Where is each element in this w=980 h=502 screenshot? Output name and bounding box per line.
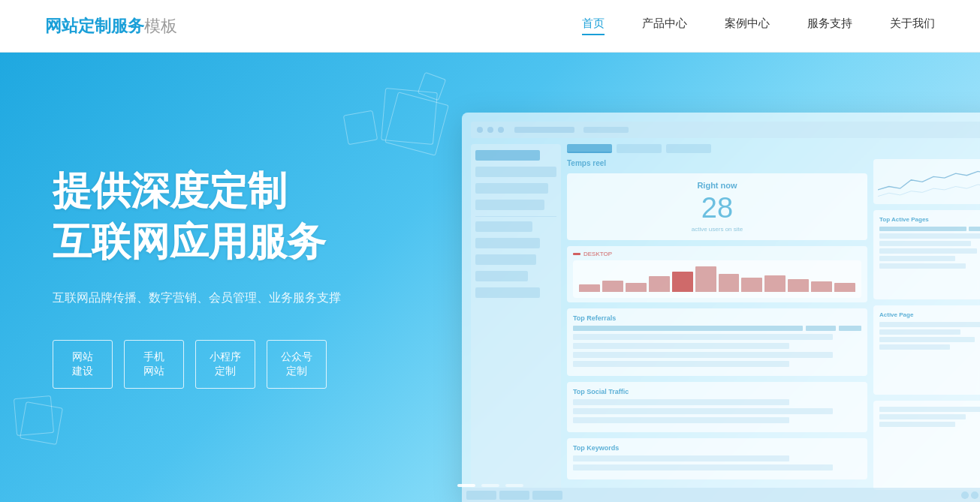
db-bar-item (602, 281, 623, 292)
db-table-row (573, 361, 789, 367)
db-table-row (573, 417, 789, 423)
db-table-social: Top Social Traffic (567, 382, 867, 432)
db-small-row (879, 233, 980, 239)
db-small-row (879, 322, 980, 327)
db-small-row (879, 263, 966, 269)
nav-item-support[interactable]: 服务支持 (807, 17, 852, 35)
hero-buttons: 网站 建设 手机 网站 小程序 定制 公众号 定制 (53, 340, 341, 389)
btn-website[interactable]: 网站 建设 (53, 340, 113, 389)
carousel-dot-1[interactable] (457, 484, 475, 487)
db-main: Temps reel Right now 28 active users on … (567, 144, 980, 490)
db-bar-item (672, 272, 693, 292)
db-bar-item (834, 283, 855, 292)
db-dot-2 (487, 127, 493, 133)
db-card-title-2: Active Page (879, 311, 980, 318)
db-table-social-title: Top Social Traffic (573, 388, 861, 395)
db-bar-item (811, 281, 832, 292)
db-small-row (879, 248, 977, 254)
db-realtime-label: Right now (577, 181, 857, 190)
btn-wechat[interactable]: 公众号 定制 (267, 340, 327, 389)
db-right-col: Top Active Pages (873, 159, 980, 490)
db-sidebar-item (475, 150, 540, 161)
db-realtime-number: 28 (577, 193, 857, 224)
db-bar-item (719, 274, 740, 292)
db-chart-label: DESKTOP (573, 251, 861, 257)
db-sidebar-item (475, 287, 540, 298)
db-bar-item (764, 275, 786, 292)
db-card-active-pages: Top Active Pages (873, 210, 980, 299)
db-sidebar-item (475, 238, 540, 248)
db-small-row (879, 241, 971, 246)
db-taskbar (462, 488, 980, 502)
db-taskbar-item (466, 491, 496, 500)
db-sidebar-item (475, 254, 536, 265)
db-taskbar-icon (971, 491, 978, 499)
db-small-row (879, 329, 960, 335)
db-bar-item (626, 283, 647, 292)
db-sidebar (471, 144, 561, 490)
db-tab (617, 144, 662, 153)
db-small-row (879, 422, 955, 427)
db-bar-item (649, 276, 670, 291)
db-table-row (573, 352, 833, 358)
db-table-row (573, 399, 789, 405)
db-chart-container: DESKTOP (567, 246, 867, 302)
db-tab-active (567, 144, 612, 153)
db-layout: Temps reel Right now 28 active users on … (471, 144, 980, 490)
logo: 网站定制服务模板 (45, 15, 177, 38)
nav-item-products[interactable]: 产品中心 (642, 17, 687, 35)
db-left-col: Temps reel Right now 28 active users on … (567, 159, 867, 490)
nav-item-cases[interactable]: 案例中心 (725, 17, 770, 35)
db-bar-chart (573, 260, 861, 298)
db-section-label: Temps reel (567, 159, 867, 167)
db-table-row (573, 334, 833, 340)
db-table-row (573, 408, 833, 414)
hero-section: 提供深度定制 互联网应用服务 互联网品牌传播、数字营销、会员管理、业务服务支撑 … (0, 53, 980, 502)
db-realtime-sub: active users on site (577, 226, 857, 233)
header: 网站定制服务模板 首页 产品中心 案例中心 服务支持 关于我们 (0, 0, 980, 53)
db-table-referrals-title: Top Referrals (573, 314, 861, 322)
carousel-dot-2[interactable] (481, 484, 499, 487)
hero-title: 提供深度定制 互联网应用服务 (53, 166, 341, 267)
db-bar-item (579, 284, 600, 292)
db-sidebar-item (475, 271, 528, 281)
hero-title-line1: 提供深度定制 (53, 169, 287, 212)
carousel-dot-3[interactable] (505, 484, 523, 487)
logo-main: 网站定制服务 (45, 17, 144, 35)
dashboard-mockup: Temps reel Right now 28 active users on … (462, 113, 980, 502)
db-table-row (573, 343, 789, 349)
db-small-row (879, 414, 966, 419)
db-card-active-page: Active Page (873, 305, 980, 395)
db-table-keywords: Top Keywords (567, 438, 867, 479)
main-nav: 首页 产品中心 案例中心 服务支持 关于我们 (582, 17, 935, 35)
db-bar-item (695, 266, 716, 292)
db-taskbar-item (532, 491, 562, 500)
db-dot-3 (498, 127, 504, 133)
db-card-title-1: Top Active Pages (879, 216, 980, 223)
btn-miniapp[interactable]: 小程序 定制 (195, 340, 255, 389)
db-taskbar-item (499, 491, 529, 500)
db-bar-item (741, 278, 762, 292)
nav-item-about[interactable]: 关于我们 (890, 17, 935, 35)
db-content: Temps reel Right now 28 active users on … (567, 159, 980, 490)
btn-mobile[interactable]: 手机 网站 (124, 340, 184, 389)
db-taskbar-icons (961, 491, 980, 499)
db-table-keywords-title: Top Keywords (573, 444, 861, 452)
db-sidebar-item (475, 200, 544, 210)
carousel-dots (457, 484, 523, 487)
db-sidebar-item (475, 167, 556, 177)
db-topbar (471, 122, 980, 138)
db-sidebar-item (475, 183, 548, 194)
db-taskbar-icon (961, 491, 969, 499)
hero-subtitle: 互联网品牌传播、数字营销、会员管理、业务服务支撑 (53, 290, 341, 306)
db-table-referrals: Top Referrals (567, 308, 867, 376)
db-tab (666, 144, 711, 153)
db-card-extra (873, 401, 980, 490)
db-table-row (573, 464, 833, 470)
nav-item-home[interactable]: 首页 (582, 17, 605, 35)
db-small-row (879, 407, 980, 412)
hero-content: 提供深度定制 互联网应用服务 互联网品牌传播、数字营销、会员管理、业务服务支撑 … (0, 166, 341, 388)
db-dot-1 (477, 127, 483, 133)
db-realtime: Right now 28 active users on site (567, 173, 867, 240)
db-small-row (879, 344, 950, 350)
